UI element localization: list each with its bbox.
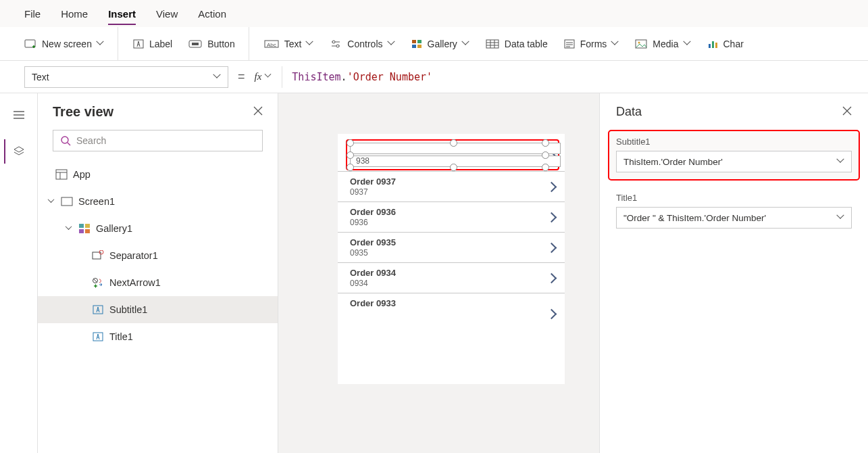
svg-rect-5 (192, 43, 199, 45)
canvas[interactable]: Order 0938 938 Order 0937 0937 Order 093… (278, 93, 599, 453)
gallery-row[interactable]: Order 0935 0935 (338, 233, 565, 263)
text-icon: Abc (264, 39, 279, 49)
data-panel: Data Subtitle1 ThisItem.'Order Number' T… (599, 93, 868, 453)
svg-text:Abc: Abc (267, 42, 276, 48)
forms-button[interactable]: Forms (564, 39, 619, 49)
menu-home[interactable]: Home (61, 8, 88, 20)
row-title: Order 0937 (350, 176, 396, 187)
chevron-right-icon[interactable] (548, 214, 555, 221)
row-title: Order 0935 (350, 237, 396, 247)
property-selector[interactable]: Text (24, 66, 228, 88)
gallery-row[interactable]: Order 0936 0936 (338, 202, 565, 233)
svg-rect-28 (712, 41, 714, 48)
chevron-right-icon[interactable] (548, 310, 555, 318)
close-tree-button[interactable] (253, 106, 263, 118)
gallery-row[interactable]: Order 0933 (338, 293, 565, 323)
resize-handle[interactable] (542, 151, 549, 159)
expand-twisty-icon[interactable] (66, 225, 73, 232)
controls-icon (330, 39, 342, 49)
tree-node-title[interactable]: Title1 (38, 323, 278, 350)
subtitle-field-input[interactable]: ThisItem.'Order Number' (616, 151, 852, 172)
chevron-right-icon[interactable] (548, 244, 555, 252)
menu-action[interactable]: Action (198, 8, 226, 20)
media-button[interactable]: Media (635, 39, 690, 49)
button-button[interactable]: Button (188, 39, 234, 49)
menu-file[interactable]: File (24, 8, 41, 20)
row-subtitle: 0936 (350, 218, 396, 227)
resize-handle[interactable] (450, 139, 457, 147)
search-placeholder: Search (76, 135, 106, 146)
label-button[interactable]: Label (133, 39, 172, 49)
chevron-down-icon (612, 41, 619, 47)
hamburger-button[interactable] (5, 103, 32, 127)
chevron-down-icon (214, 74, 221, 80)
data-table-icon (486, 39, 499, 49)
menu-view[interactable]: View (156, 8, 178, 20)
row-title: Order 0934 (350, 268, 396, 278)
menu-insert[interactable]: Insert (108, 8, 136, 25)
tree-node-label: App (73, 169, 91, 180)
gallery-button[interactable]: Gallery (411, 39, 469, 49)
formula-input[interactable]: ThisItem.'Order Number' (292, 71, 432, 83)
svg-rect-12 (412, 40, 416, 43)
controls-button[interactable]: Controls (330, 39, 394, 49)
chevron-down-icon (838, 214, 844, 221)
label-label: Label (149, 39, 172, 49)
tree-node-app[interactable]: App (38, 161, 278, 188)
resize-handle[interactable] (347, 139, 354, 147)
gallery-row[interactable]: Order 0937 0937 (338, 172, 565, 202)
tree-node-label: Screen1 (78, 196, 115, 207)
svg-rect-3 (134, 40, 143, 48)
resize-handle[interactable] (347, 164, 354, 171)
resize-handle[interactable] (450, 164, 457, 171)
resize-handle[interactable] (542, 139, 549, 147)
tree-view-rail-button[interactable] (4, 139, 31, 164)
svg-point-26 (638, 41, 640, 43)
search-input[interactable]: Search (53, 130, 263, 151)
chevron-down-icon (265, 74, 272, 80)
menubar: File Home Insert View Action (0, 0, 868, 27)
close-icon (842, 106, 852, 116)
svg-line-48 (93, 279, 97, 283)
close-data-panel-button[interactable] (842, 106, 852, 118)
svg-rect-13 (417, 40, 422, 43)
label-icon (133, 39, 144, 49)
fx-button[interactable]: fx (255, 66, 283, 88)
tree-node-nextarrow[interactable]: NextArrow1 (38, 269, 278, 296)
layers-icon (13, 145, 25, 158)
chevron-down-icon (684, 41, 691, 47)
expand-twisty-icon[interactable] (49, 198, 55, 205)
data-table-button[interactable]: Data table (486, 39, 548, 49)
resize-handle[interactable] (347, 151, 354, 159)
svg-rect-14 (412, 45, 416, 48)
tree-node-gallery[interactable]: Gallery1 (38, 215, 278, 242)
svg-line-36 (68, 143, 70, 145)
charts-icon (707, 39, 718, 49)
chevron-right-icon[interactable] (548, 183, 555, 191)
svg-point-11 (336, 45, 339, 47)
close-icon (253, 106, 263, 116)
tree-node-separator[interactable]: Separator1 (38, 242, 278, 269)
resize-handle[interactable] (542, 164, 549, 171)
separator-icon (92, 250, 104, 261)
row-subtitle: 0934 (350, 279, 396, 288)
chevron-right-icon[interactable] (548, 275, 555, 282)
subtitle-field-value: ThisItem.'Order Number' (623, 157, 723, 167)
controls-label: Controls (347, 39, 382, 49)
gallery-preview[interactable]: Order 0938 938 Order 0937 0937 Order 093… (338, 134, 565, 384)
svg-rect-16 (486, 40, 499, 48)
button-label: Button (207, 39, 234, 49)
title-field-input[interactable]: "Order " & ThisItem.'Order Number' (616, 207, 852, 229)
new-screen-button[interactable]: New screen (24, 39, 104, 49)
nextarrow-icon (92, 277, 104, 288)
text-button[interactable]: Abc Text (264, 39, 314, 49)
tree-node-screen[interactable]: Screen1 (38, 188, 278, 215)
formula-token-string: 'Order Number' (347, 71, 432, 83)
charts-button[interactable]: Char (707, 39, 744, 49)
tree-node-subtitle[interactable]: Subtitle1 (38, 296, 278, 323)
svg-rect-51 (93, 306, 103, 314)
label-icon (92, 331, 104, 342)
gallery-row[interactable]: Order 0934 0934 (338, 263, 565, 293)
new-screen-icon (24, 39, 36, 49)
svg-rect-15 (417, 45, 422, 48)
